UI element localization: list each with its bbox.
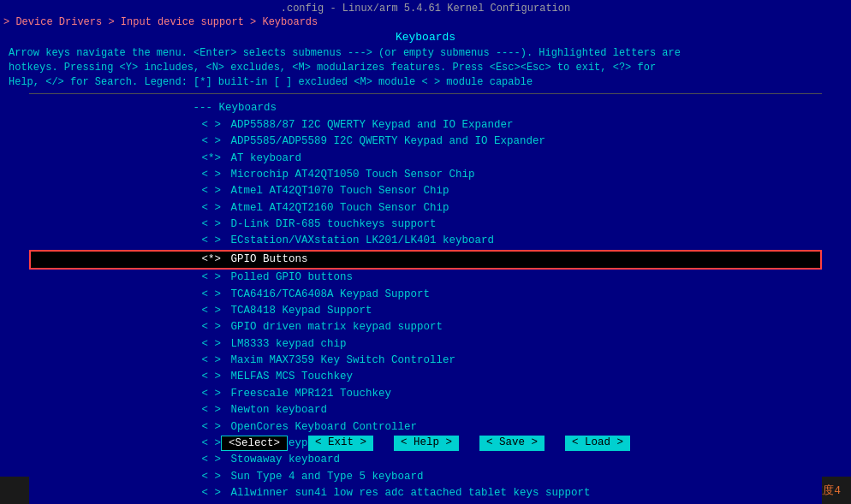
item-label: Atmel AT42QT2160 Touch Sensor Chip <box>231 202 449 214</box>
window-title: .config - Linux/arm 5.4.61 Kernel Config… <box>3 2 848 15</box>
item-prefix: < > <box>187 270 224 286</box>
menu-item[interactable]: < > TCA8418 Keypad Support <box>29 303 822 319</box>
menu-item[interactable]: < > MELFAS MCS Touchkey <box>29 369 822 385</box>
menu-item[interactable]: < > Atmel AT42QT2160 Touch Sensor Chip <box>29 200 822 216</box>
item-prefix: < > <box>187 233 224 249</box>
bottom-buttons: <Select> < Exit > < Help > < Save > < Lo… <box>0 436 851 451</box>
item-label: ADP5585/ADP5589 I2C QWERTY Keypad and IO… <box>231 135 546 147</box>
item-label: TCA8418 Keypad Support <box>231 305 372 317</box>
menu-item[interactable]: < > GPIO driven matrix keypad support <box>29 319 822 335</box>
menu-item[interactable]: < > OpenCores Keyboard Controller <box>29 419 822 436</box>
menu-item[interactable]: < > ADP5585/ADP5589 I2C QWERTY Keypad an… <box>29 133 822 150</box>
menu-item[interactable]: < > LM8333 keypad chip <box>29 336 822 353</box>
item-prefix: <*> <box>187 252 224 268</box>
item-prefix: < > <box>187 167 224 183</box>
item-prefix: < > <box>187 369 224 385</box>
menu-item[interactable]: < > Stowaway keyboard <box>29 452 822 468</box>
menu-item[interactable]: < > Maxim MAX7359 Key Switch Controller <box>29 353 822 369</box>
menu-item[interactable]: < > D-Link DIR-685 touchkeys support <box>29 216 822 233</box>
menu-item[interactable]: < > ADP5588/87 I2C QWERTY Keypad and IO … <box>29 117 822 133</box>
item-prefix: < > <box>187 287 224 303</box>
item-prefix: < > <box>187 485 224 501</box>
separator-top <box>29 93 822 94</box>
item-label: Microchip AT42QT1050 Touch Sensor Chip <box>231 169 475 181</box>
keyboards-title: Keyboards <box>3 30 848 44</box>
item-prefix: < > <box>187 117 224 133</box>
item-label: Newton keyboard <box>231 404 328 416</box>
item-label: MELFAS MCS Touchkey <box>231 371 354 382</box>
item-label: D-Link DIR-685 touchkeys support <box>231 218 437 230</box>
item-label: ECstation/VAXstation LK201/LK401 keyboar… <box>231 234 495 246</box>
item-prefix: < > <box>187 319 224 335</box>
menu-section-header: --- Keyboards <box>29 100 822 116</box>
menu-item[interactable]: <*> AT keyboard <box>29 151 822 167</box>
menu-item[interactable]: < > TCA6416/TCA6408A Keypad Support <box>29 287 822 303</box>
menu-item[interactable]: < > Newton keyboard <box>29 402 822 418</box>
breadcrumb: > Device Drivers > Input device support … <box>3 15 848 30</box>
item-label: GPIO Buttons <box>231 253 308 265</box>
load-button[interactable]: < Load > <box>565 436 630 451</box>
menu-item[interactable]: < > Atmel AT42QT1070 Touch Sensor Chip <box>29 183 822 199</box>
menu-item[interactable]: < > ECstation/VAXstation LK201/LK401 key… <box>29 233 822 249</box>
item-label: Sun Type 4 and Type 5 keyboard <box>231 471 424 483</box>
menu-item[interactable]: <*> GPIO Buttons <box>29 250 822 270</box>
save-button[interactable]: < Save > <box>479 436 545 451</box>
item-label: Allwinner sun4i low res adc attached tab… <box>231 487 591 499</box>
item-label: GPIO driven matrix keypad support <box>231 321 443 333</box>
item-prefix: < > <box>187 402 224 418</box>
item-prefix: < > <box>187 353 224 369</box>
item-prefix: < > <box>187 419 224 436</box>
exit-button[interactable]: < Exit > <box>308 436 373 451</box>
item-label: ADP5588/87 I2C QWERTY Keypad and IO Expa… <box>231 119 514 131</box>
item-prefix: < > <box>187 133 224 150</box>
item-label: AT keyboard <box>231 152 302 164</box>
item-label: LM8333 keypad chip <box>231 338 347 350</box>
bottom-bar: <Select> < Exit > < Help > < Save > < Lo… <box>0 434 851 453</box>
item-label: Freescale MPR121 Touchkey <box>231 388 392 400</box>
item-label: OpenCores Keyboard Controller <box>231 421 418 433</box>
item-prefix: < > <box>187 183 224 199</box>
menu-item[interactable]: < > Allwinner sun4i low res adc attached… <box>29 485 822 501</box>
help-line3: Help, </> for Search. Legend: [*] built-… <box>9 75 842 90</box>
item-label: Stowaway keyboard <box>231 454 341 465</box>
select-button[interactable]: <Select> <box>221 436 288 451</box>
menu-item[interactable]: < > Freescale MPR121 Touchkey <box>29 386 822 402</box>
item-prefix: < > <box>187 469 224 485</box>
item-label: Polled GPIO buttons <box>231 271 354 283</box>
menu-item[interactable]: < > Microchip AT42QT1050 Touch Sensor Ch… <box>29 167 822 183</box>
item-label: TCA6416/TCA6408A Keypad Support <box>231 288 431 300</box>
item-prefix: < > <box>187 303 224 319</box>
help-line1: Arrow keys navigate the menu. <Enter> se… <box>9 46 842 61</box>
help-button[interactable]: < Help > <box>394 436 459 451</box>
item-prefix: < > <box>187 452 224 468</box>
menu-item[interactable]: < > Polled GPIO buttons <box>29 270 822 286</box>
menu-item[interactable]: < > Sun Type 4 and Type 5 keyboard <box>29 469 822 485</box>
item-prefix: <*> <box>187 151 224 167</box>
item-prefix: < > <box>187 200 224 216</box>
item-label: Atmel AT42QT1070 Touch Sensor Chip <box>231 185 449 197</box>
item-label: Maxim MAX7359 Key Switch Controller <box>231 354 456 366</box>
item-prefix: < > <box>187 386 224 402</box>
terminal: .config - Linux/arm 5.4.61 Kernel Config… <box>0 0 851 477</box>
help-text: Arrow keys navigate the menu. <Enter> se… <box>3 44 848 91</box>
item-prefix: < > <box>187 336 224 353</box>
item-prefix: < > <box>187 216 224 233</box>
help-line2: hotkeys. Pressing <Y> includes, <N> excl… <box>9 61 842 75</box>
